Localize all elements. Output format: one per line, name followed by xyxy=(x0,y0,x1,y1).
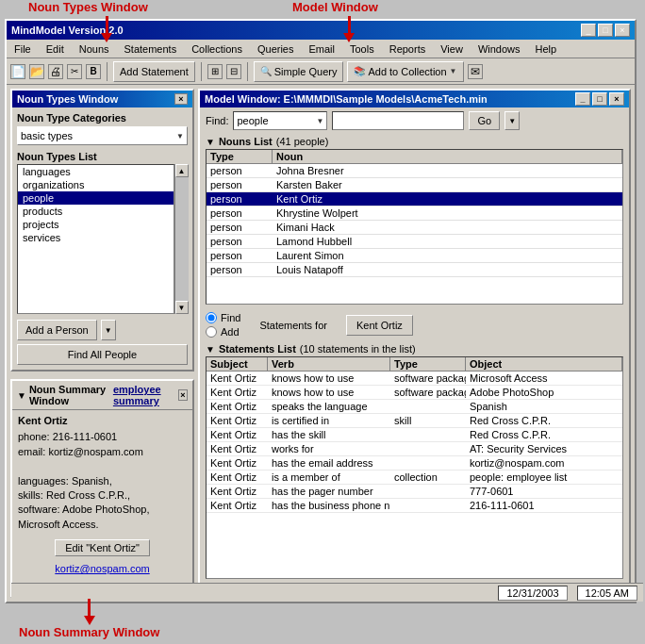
noun-types-content: Noun Type Categories basic types ▼ Noun … xyxy=(12,107,192,370)
stmt-subject: Kent Ortiz xyxy=(207,499,268,512)
table-row[interactable]: personKhrystine Wolpert xyxy=(207,206,622,221)
menu-edit[interactable]: Edit xyxy=(43,42,67,56)
list-item[interactable]: Kent Ortiz has the business phone number… xyxy=(207,499,622,513)
list-item[interactable]: Kent Ortiz knows how to use software pac… xyxy=(207,372,622,386)
kent-ortiz-button[interactable]: Kent Ortiz xyxy=(346,315,413,336)
list-item[interactable]: Kent Ortiz is a member of collection peo… xyxy=(207,471,622,485)
open-icon[interactable]: 📂 xyxy=(29,64,44,79)
noun-types-close-button[interactable]: × xyxy=(174,93,188,105)
menu-collections[interactable]: Collections xyxy=(189,42,245,56)
radio-find[interactable] xyxy=(206,312,217,323)
maximize-button[interactable]: □ xyxy=(598,24,613,37)
close-button[interactable]: × xyxy=(615,24,630,37)
stmt-subject: Kent Ortiz xyxy=(207,386,268,399)
find-all-people-button[interactable]: Find All People xyxy=(17,344,188,365)
table-row[interactable]: personLamond Hubbell xyxy=(207,235,622,249)
noun-type-cell: person xyxy=(207,192,273,206)
summary-software: software: Adobe PhotoShop, xyxy=(18,503,187,517)
noun-types-list[interactable]: languagesorganizationspeopleproductsproj… xyxy=(17,164,174,314)
stmt-type xyxy=(390,485,466,498)
edit-kent-ortiz-button[interactable]: Edit "Kent Ortiz" xyxy=(55,539,150,556)
stmt-subject: Kent Ortiz xyxy=(207,471,268,484)
noun-summary-close-button[interactable]: × xyxy=(178,389,188,401)
noun-types-title-bar: Noun Types Window × xyxy=(12,91,192,107)
list-item[interactable]: Kent Ortiz has the skill Red Cross C.P.R… xyxy=(207,428,622,442)
list-item[interactable]: Kent Ortiz works for AT: Security Servic… xyxy=(207,442,622,456)
scroll-up-button[interactable]: ▲ xyxy=(175,164,189,177)
title-bar-buttons: _ □ × xyxy=(581,24,630,37)
list-item[interactable]: Kent Ortiz is certified in skill Red Cro… xyxy=(207,414,622,428)
statements-table[interactable]: Subject Verb Type Object Kent Ortiz know… xyxy=(206,356,623,579)
nouns-list-count: (41 people) xyxy=(276,136,329,147)
go-button[interactable]: Go xyxy=(469,111,500,130)
summary-email-link[interactable]: kortiz@nospam.com xyxy=(12,560,192,577)
menu-email[interactable]: Email xyxy=(306,42,338,56)
menu-nouns[interactable]: Nouns xyxy=(76,42,112,56)
noun-list-item[interactable]: products xyxy=(18,205,174,218)
table-row[interactable]: personLaurent Simon xyxy=(207,249,622,263)
minimize-button[interactable]: _ xyxy=(581,24,596,37)
table-row[interactable]: personKimani Hack xyxy=(207,221,622,235)
model-minimize-button[interactable]: _ xyxy=(575,92,590,106)
print-icon[interactable]: 🖨 xyxy=(48,64,63,79)
email-icon[interactable]: ✉ xyxy=(468,64,483,79)
menu-statements[interactable]: Statements xyxy=(122,42,180,56)
add-to-collection-button[interactable]: 📚 Add to Collection ▼ xyxy=(347,61,463,82)
cut-icon[interactable]: ✂ xyxy=(67,64,82,79)
menu-reports[interactable]: Reports xyxy=(387,42,429,56)
table-row[interactable]: personKent Ortiz xyxy=(207,192,622,206)
status-time: 12:05 AM xyxy=(577,586,637,601)
go-dropdown-button[interactable]: ▼ xyxy=(504,111,520,130)
model-maximize-button[interactable]: □ xyxy=(592,92,607,106)
menu-queries[interactable]: Queries xyxy=(255,42,297,56)
toolbar-separator-1 xyxy=(107,62,108,81)
content-area: Noun Types Window × Noun Type Categories… xyxy=(7,85,635,602)
noun-type-cell: person xyxy=(207,235,273,248)
radio-add[interactable] xyxy=(206,326,217,338)
noun-list-item[interactable]: organizations xyxy=(18,178,174,191)
find-dropdown[interactable]: people ▼ xyxy=(233,111,327,130)
nouns-list-collapse[interactable]: ▼ xyxy=(206,137,215,147)
menu-view[interactable]: View xyxy=(438,42,466,56)
simple-query-button[interactable]: 🔍 Simple Query xyxy=(254,61,344,82)
stmt-header-object: Object xyxy=(466,357,622,371)
list-item[interactable]: Kent Ortiz speaks the language Spanish xyxy=(207,400,622,414)
stmt-object: Spanish xyxy=(466,400,622,413)
menu-help[interactable]: Help xyxy=(533,42,560,56)
noun-name-cell: Louis Natapoff xyxy=(273,263,622,276)
find-input2[interactable] xyxy=(332,111,464,130)
status-date: 12/31/2003 xyxy=(498,586,567,601)
table-icon[interactable]: ⊞ xyxy=(207,64,223,79)
statements-list-collapse[interactable]: ▼ xyxy=(206,344,215,355)
stmt-object: people: employee list xyxy=(466,471,622,484)
menu-tools[interactable]: Tools xyxy=(347,42,377,56)
scroll-down-button[interactable]: ▼ xyxy=(175,301,189,314)
collapse-arrow[interactable]: ▼ xyxy=(17,390,26,401)
table2-icon[interactable]: ⊟ xyxy=(226,64,241,79)
add-person-button[interactable]: Add a Person xyxy=(17,320,97,340)
add-person-dropdown-button[interactable]: ▼ xyxy=(101,320,116,340)
table-row[interactable]: personKarsten Baker xyxy=(207,178,622,192)
list-item[interactable]: Kent Ortiz knows how to use software pac… xyxy=(207,386,622,400)
noun-list-item[interactable]: languages xyxy=(18,165,174,178)
noun-list-item[interactable]: projects xyxy=(18,218,174,231)
toolbar-separator-3 xyxy=(247,62,248,81)
noun-list-scrollbar[interactable]: ▲ ▼ xyxy=(174,164,188,314)
noun-type-categories-dropdown[interactable]: basic types ▼ xyxy=(17,126,188,145)
noun-list-item[interactable]: services xyxy=(18,231,174,244)
stmt-object: Adobe PhotoShop xyxy=(466,386,622,399)
employee-summary-link[interactable]: employee summary xyxy=(113,384,178,406)
new-icon[interactable]: 📄 xyxy=(10,64,25,79)
list-item[interactable]: Kent Ortiz has the email address kortiz@… xyxy=(207,456,622,471)
table-row[interactable]: personJohna Bresner xyxy=(207,164,622,178)
nouns-table[interactable]: Type Noun personJohna BresnerpersonKarst… xyxy=(206,149,623,305)
table-row[interactable]: personLouis Natapoff xyxy=(207,263,622,277)
add-statement-button[interactable]: Add Statement xyxy=(113,61,195,82)
stmt-subject: Kent Ortiz xyxy=(207,428,268,441)
model-close-button[interactable]: × xyxy=(609,92,624,106)
bold-icon[interactable]: B xyxy=(86,64,101,79)
menu-file[interactable]: File xyxy=(11,42,34,56)
menu-windows[interactable]: Windows xyxy=(475,42,523,56)
noun-list-item[interactable]: people xyxy=(18,191,174,205)
list-item[interactable]: Kent Ortiz has the pager number 777-0601 xyxy=(207,485,622,499)
